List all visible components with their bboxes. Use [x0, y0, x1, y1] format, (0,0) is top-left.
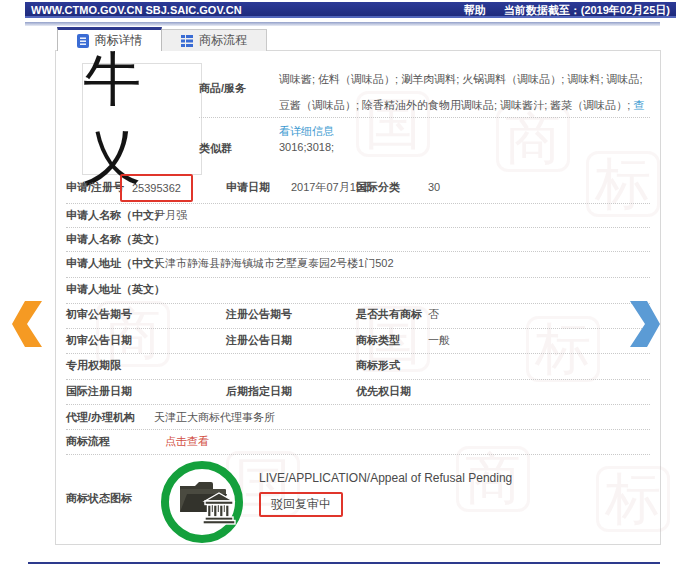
- next-arrow-icon[interactable]: [630, 301, 660, 347]
- first-pub-date-label: 初审公告日期: [66, 330, 132, 350]
- first-pub-no-label: 初审公告期号: [66, 304, 132, 324]
- process-view-link[interactable]: 点击查看: [165, 431, 209, 451]
- divider: [66, 404, 650, 405]
- addr-cn-value: 天津市静海县静海镇城市艺墅夏泰园2号楼1门502: [154, 253, 394, 273]
- tab-trademark-detail[interactable]: 商标详情: [57, 27, 162, 51]
- site-urls: WWW.CTMO.GOV.CN SBJ.SAIC.GOV.CN: [31, 2, 242, 16]
- applicant-cn-label: 申请人名称（中文）: [66, 205, 165, 225]
- tab-label: 商标详情: [95, 32, 143, 49]
- bottom-rule: [28, 562, 660, 564]
- row-agent: 代理/办理机构 天津正大商标代理事务所: [66, 407, 650, 427]
- trademark-detail-panel: 国 商 标 商 国 标 国 商 标 牛乂 商品/服务 调味酱; 佐料（调味品）;…: [55, 50, 661, 545]
- intl-class-label: 国际分类: [356, 177, 400, 197]
- row-application-number: 申请/注册号 25395362 申请日期 2017年07月19日 国际分类 30: [66, 177, 650, 197]
- row-publication-numbers: 初审公告期号 注册公告期号 是否共有商标 否: [66, 304, 650, 324]
- agent-value: 天津正大商标代理事务所: [154, 407, 275, 427]
- tab-trademark-process[interactable]: 商标流程: [162, 29, 267, 51]
- apply-date-label: 申请日期: [226, 177, 270, 197]
- process-label: 商标流程: [66, 431, 110, 451]
- divider: [66, 227, 650, 228]
- top-bar: WWW.CTMO.GOV.CN SBJ.SAIC.GOV.CN 帮助 当前数据截…: [25, 2, 676, 18]
- row-publication-dates: 初审公告日期 注册公告日期 商标类型 一般: [66, 330, 650, 350]
- row-applicant-addr-en: 申请人地址（英文）: [66, 279, 650, 299]
- row-international-dates: 国际注册日期 后期指定日期 优先权日期: [66, 381, 650, 401]
- divider: [66, 379, 650, 380]
- status-folder-bank-icon: [159, 459, 245, 545]
- row-applicant-name-en: 申请人名称（英文）: [66, 229, 650, 249]
- list-grid-icon: [181, 35, 193, 47]
- reg-pub-date-label: 注册公告日期: [226, 330, 292, 350]
- agent-label: 代理/办理机构: [66, 407, 135, 427]
- trademark-form-label: 商标形式: [356, 355, 400, 375]
- intl-class-value: 30: [428, 177, 440, 197]
- reg-no-label: 申请/注册号: [66, 177, 124, 197]
- previous-arrow-icon[interactable]: [12, 301, 42, 347]
- shared-mark-value: 否: [428, 304, 439, 324]
- similar-group-value: 3016;3018;: [279, 141, 334, 153]
- help-link[interactable]: 帮助: [464, 2, 486, 16]
- status-text-en: LIVE/APPLICATION/Appeal of Refusal Pendi…: [259, 471, 512, 485]
- trademark-image: 牛乂: [82, 63, 202, 175]
- row-applicant-name-cn: 申请人名称（中文） 尹月强: [66, 205, 650, 225]
- row-process: 商标流程 点击查看: [66, 431, 650, 451]
- status-text-cn-highlighted: 驳回复审中: [259, 492, 343, 517]
- shared-mark-label: 是否共有商标: [356, 304, 422, 324]
- reg-no-value-highlighted: 25395362: [120, 174, 193, 202]
- later-designation-date-label: 后期指定日期: [226, 381, 292, 401]
- divider: [66, 429, 650, 430]
- intl-reg-date-label: 国际注册日期: [66, 381, 132, 401]
- tab-bar: 商标详情 商标流程: [57, 27, 267, 51]
- term-label: 专用权期限: [66, 355, 121, 375]
- applicant-cn-value: 尹月强: [154, 205, 187, 225]
- topbar-substrip: [25, 22, 660, 26]
- divider: [66, 353, 650, 354]
- status-label: 商标状态图标: [66, 488, 132, 508]
- addr-cn-label: 申请人地址（中文）: [66, 253, 165, 273]
- divider: [66, 454, 650, 455]
- document-icon: [77, 34, 89, 48]
- reg-pub-no-label: 注册公告期号: [226, 304, 292, 324]
- divider: [66, 328, 650, 329]
- row-status: 商标状态图标: [66, 488, 650, 508]
- row-term-form: 专用权期限 商标形式: [66, 355, 650, 375]
- applicant-en-label: 申请人名称（英文）: [66, 229, 165, 249]
- similar-group-label: 类似群: [199, 141, 232, 156]
- divider: [66, 251, 650, 252]
- priority-date-label: 优先权日期: [356, 381, 411, 401]
- divider: [66, 203, 650, 204]
- trademark-type-value: 一般: [428, 330, 450, 350]
- addr-en-label: 申请人地址（英文）: [66, 279, 165, 299]
- trademark-type-label: 商标类型: [356, 330, 400, 350]
- goods-services-text: 调味酱; 佐料（调味品）; 涮羊肉调料; 火锅调料（调味品）; 调味料; 调味品…: [279, 66, 651, 144]
- row-applicant-addr-cn: 申请人地址（中文） 天津市静海县静海镇城市艺墅夏泰园2号楼1门502: [66, 253, 650, 273]
- data-cutoff-text: 当前数据截至：(2019年02月25日): [504, 2, 670, 16]
- goods-services-label: 商品/服务: [199, 81, 246, 96]
- tab-label: 商标流程: [199, 32, 247, 49]
- divider: [66, 277, 650, 278]
- divider: [199, 117, 650, 118]
- goods-services-value: 调味酱; 佐料（调味品）; 涮羊肉调料; 火锅调料（调味品）; 调味料; 调味品…: [279, 73, 643, 111]
